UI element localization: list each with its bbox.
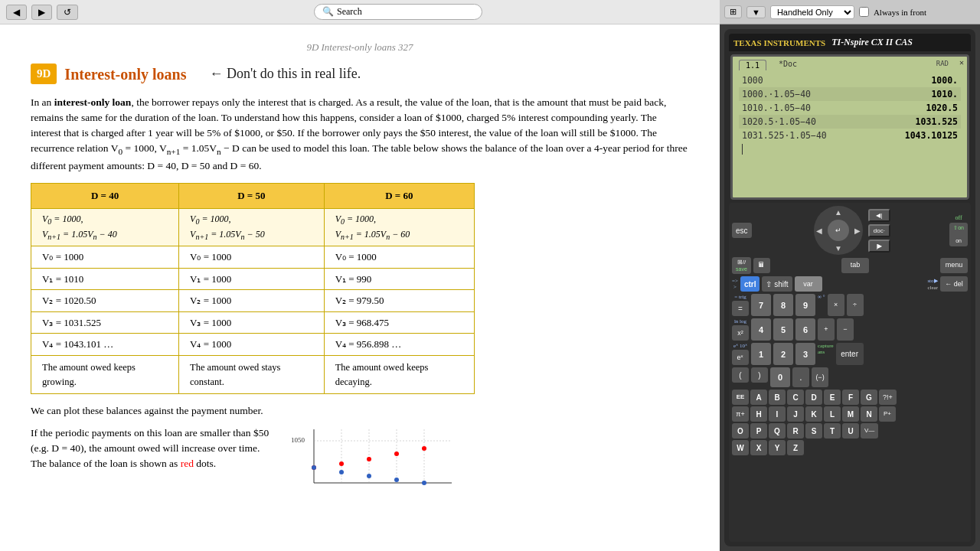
search-bar[interactable]: 🔍 Search bbox=[314, 4, 482, 20]
key-O[interactable]: O bbox=[732, 423, 749, 439]
key-7[interactable]: 7 bbox=[751, 294, 771, 316]
nav-up-arrow[interactable]: ▲ bbox=[835, 208, 842, 217]
key-E[interactable]: E bbox=[824, 390, 841, 405]
key-4[interactable]: 4 bbox=[751, 318, 771, 341]
nav-left-arrow[interactable]: ◀ bbox=[816, 227, 822, 235]
key-N[interactable]: N bbox=[861, 406, 877, 422]
nav-center-button[interactable]: ↵ bbox=[828, 220, 849, 241]
scratchpad-key[interactable]: ⊞//save bbox=[732, 257, 751, 274]
forward-button[interactable]: ▶ bbox=[31, 5, 52, 20]
num-row-1: = trig = 7 8 9 ∞ ° × ÷ bbox=[732, 294, 968, 316]
formula-row: V0 = 1000,Vn+1 = 1.05Vn − 40 V0 = 1000,V… bbox=[31, 208, 475, 246]
panel-icon[interactable]: ⊞ bbox=[724, 5, 742, 18]
svg-point-13 bbox=[312, 465, 316, 470]
key-X[interactable]: X bbox=[750, 440, 767, 455]
screen-close-button[interactable]: ✕ bbox=[959, 58, 964, 67]
nav-right-arrow[interactable]: ▶ bbox=[854, 227, 861, 235]
right-paren-key[interactable]: ) bbox=[751, 367, 768, 383]
refresh-button[interactable]: ↺ bbox=[57, 5, 78, 20]
key-2[interactable]: 2 bbox=[773, 343, 793, 365]
toolbar: ◀ ▶ ↺ 🔍 Search bbox=[0, 0, 720, 24]
screen-tab-active[interactable]: 1.1 bbox=[739, 60, 766, 70]
key-5[interactable]: 5 bbox=[773, 318, 793, 341]
key-L[interactable]: L bbox=[824, 406, 841, 422]
calc-screen[interactable]: 1.1 *Doc RAD ✕ 1000 1000. 1000.·1.05−40 … bbox=[730, 54, 969, 200]
key-C[interactable]: C bbox=[787, 390, 804, 405]
key-3[interactable]: 3 bbox=[795, 343, 815, 365]
mode-select[interactable]: Handheld Only Computer Only Both bbox=[770, 5, 854, 19]
key-P[interactable]: P bbox=[750, 423, 767, 439]
key-R[interactable]: R bbox=[787, 423, 804, 439]
add-key[interactable]: + bbox=[818, 318, 835, 341]
tab-key[interactable]: tab bbox=[841, 258, 869, 273]
menu-key[interactable]: menu bbox=[940, 258, 968, 273]
side-buttons: ◀| doc· |▶ bbox=[868, 209, 890, 253]
exp-key[interactable]: eˣ bbox=[732, 350, 749, 365]
doc-btn[interactable]: doc· bbox=[868, 224, 890, 237]
key-1[interactable]: 1 bbox=[751, 343, 771, 365]
key-H[interactable]: H bbox=[750, 406, 767, 422]
enter-key[interactable]: enter bbox=[836, 343, 864, 365]
panel-chevron[interactable]: ▼ bbox=[746, 6, 766, 18]
key-A[interactable]: A bbox=[750, 390, 767, 405]
key-W[interactable]: W bbox=[732, 440, 749, 455]
ctrl-key[interactable]: ctrl bbox=[740, 276, 760, 292]
num-row-2: ln log x² 4 5 6 + − bbox=[732, 318, 968, 341]
table-row: V₁ = 1010 V₁ = 1000 V₁ = 990 bbox=[31, 268, 475, 290]
key-6[interactable]: 6 bbox=[795, 318, 815, 341]
section-badge: 9D bbox=[31, 64, 57, 84]
key-K[interactable]: K bbox=[805, 406, 822, 422]
calc-row-2: 1000.·1.05−40 1010. bbox=[739, 87, 961, 101]
letter-row-4: W X Y Z bbox=[732, 440, 968, 455]
key-Y[interactable]: Y bbox=[769, 440, 786, 455]
cell-3-4: V₄ = 956.898 … bbox=[324, 334, 474, 356]
on-key[interactable]: ⇧onon bbox=[949, 223, 968, 246]
side-btn-right[interactable]: |▶ bbox=[868, 240, 890, 253]
var-key[interactable]: var bbox=[795, 276, 822, 292]
power-key[interactable]: x² bbox=[732, 325, 749, 341]
key-V-ext[interactable]: V— bbox=[861, 423, 878, 439]
svg-point-11 bbox=[394, 452, 399, 456]
shift-key[interactable]: ⇧ shift bbox=[762, 276, 792, 292]
decimal-key[interactable]: . bbox=[792, 367, 809, 387]
key-pi[interactable]: π+ bbox=[732, 406, 749, 422]
key-G[interactable]: G bbox=[861, 390, 877, 405]
side-btn-left[interactable]: ◀| bbox=[868, 209, 890, 222]
key-8[interactable]: 8 bbox=[773, 294, 793, 316]
subtract-key[interactable]: − bbox=[837, 318, 854, 341]
col-header-1: D = 40 bbox=[31, 184, 179, 209]
bottom-text-2: If the periodic payments on this loan ar… bbox=[31, 425, 276, 488]
cell-3-2: V₂ = 979.50 bbox=[324, 290, 474, 312]
table-row: V₀ = 1000 V₀ = 1000 V₀ = 1000 bbox=[31, 246, 475, 269]
cell-2-0: V₀ = 1000 bbox=[179, 246, 325, 269]
key-D[interactable]: D bbox=[805, 390, 822, 405]
key-Z[interactable]: Z bbox=[787, 440, 804, 455]
key-B[interactable]: B bbox=[769, 390, 786, 405]
key-Q[interactable]: Q bbox=[769, 423, 786, 439]
left-paren-key[interactable]: ( bbox=[732, 367, 749, 383]
back-button[interactable]: ◀ bbox=[6, 5, 27, 20]
key-I[interactable]: I bbox=[769, 406, 786, 422]
key-T[interactable]: T bbox=[824, 423, 841, 439]
key-9[interactable]: 9 bbox=[795, 294, 815, 316]
del-key[interactable]: ← del bbox=[940, 276, 968, 292]
key-U[interactable]: U bbox=[842, 423, 859, 439]
key-0[interactable]: 0 bbox=[770, 367, 790, 387]
key-M[interactable]: M bbox=[842, 406, 859, 422]
svg-point-15 bbox=[367, 474, 371, 478]
key-P-upper[interactable]: P+ bbox=[879, 406, 896, 422]
multiply-key[interactable]: × bbox=[828, 294, 844, 316]
neg-key[interactable]: (−) bbox=[812, 367, 828, 387]
key-question[interactable]: ?!+ bbox=[879, 390, 897, 405]
calc-key[interactable]: 🖩 bbox=[753, 258, 770, 273]
always-in-front-checkbox[interactable] bbox=[859, 7, 869, 17]
divide-key[interactable]: ÷ bbox=[847, 294, 864, 316]
esc-key[interactable]: esc bbox=[732, 223, 752, 238]
nav-down-arrow[interactable]: ▼ bbox=[835, 244, 842, 253]
ti-brand: TEXAS INSTRUMENTS bbox=[733, 38, 825, 47]
equals-key[interactable]: = bbox=[732, 301, 749, 316]
key-F[interactable]: F bbox=[842, 390, 859, 405]
key-EE[interactable]: EE bbox=[732, 390, 749, 405]
key-J[interactable]: J bbox=[787, 406, 804, 422]
key-S[interactable]: S bbox=[805, 423, 822, 439]
